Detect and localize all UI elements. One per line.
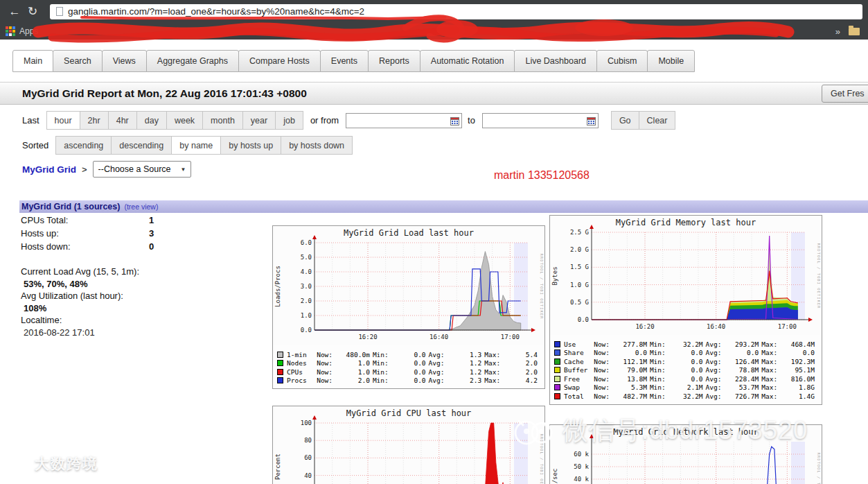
legend-swatch bbox=[277, 352, 283, 358]
stat-label: Localtime: bbox=[21, 314, 256, 327]
svg-text:40: 40 bbox=[304, 472, 312, 479]
overflow-chevron-icon[interactable]: » bbox=[835, 26, 840, 37]
range-button[interactable]: job bbox=[275, 111, 303, 130]
range-button[interactable]: day bbox=[136, 111, 167, 130]
svg-text:80: 80 bbox=[304, 437, 312, 444]
svg-text:100: 100 bbox=[301, 420, 312, 426]
bookmarks-folder-icon[interactable] bbox=[849, 28, 860, 35]
svg-text:Loads/Procs: Loads/Procs bbox=[274, 266, 281, 307]
grid-link[interactable]: MyGrid Grid bbox=[22, 164, 76, 175]
svg-text:40 k: 40 k bbox=[574, 476, 589, 483]
stat-value: 53%, 70%, 48% bbox=[21, 278, 256, 290]
tab[interactable]: Views bbox=[102, 50, 147, 72]
svg-text:60: 60 bbox=[304, 454, 312, 461]
tab-label: Aggregate Graphs bbox=[157, 56, 228, 66]
tab[interactable]: Mobile bbox=[647, 50, 695, 72]
legend-min: Min:0.0 bbox=[373, 359, 429, 367]
apps-label[interactable]: Apps bbox=[19, 26, 38, 36]
legend-row: BufferNow:79.0MMin:0.0Avg:78.8MMax:95.1M bbox=[554, 366, 817, 375]
svg-text:4.0: 4.0 bbox=[301, 268, 312, 275]
apps-grid-icon[interactable] bbox=[6, 26, 15, 36]
legend-series-name: Swap bbox=[564, 383, 594, 391]
legend-now: Now:5.3M bbox=[594, 383, 650, 391]
legend-max: Max:192.3M bbox=[761, 358, 817, 365]
legend-row: ShareNow:0.0Min:0.0Avg:0.0Max:0.0 bbox=[554, 349, 817, 358]
legend-max: Max:0.0 bbox=[761, 349, 817, 356]
legend-now: Now:1.0 bbox=[317, 359, 373, 367]
sort-button[interactable]: by name bbox=[171, 136, 221, 155]
legend-avg: Avg:78.8M bbox=[706, 366, 762, 374]
refresh-icon[interactable]: ↻ bbox=[24, 4, 42, 19]
sort-button-label: by name bbox=[179, 141, 213, 150]
svg-text:RRDTOOL / TOBI OETIKER: RRDTOOL / TOBI OETIKER bbox=[540, 254, 544, 320]
sort-button[interactable]: by hosts up bbox=[220, 136, 281, 155]
url-bar[interactable] bbox=[50, 4, 862, 19]
range-button[interactable]: year bbox=[242, 111, 276, 130]
legend-avg: Avg:2.3 bbox=[429, 377, 485, 384]
sort-button[interactable]: ascending bbox=[55, 136, 112, 155]
range-button[interactable]: month bbox=[202, 111, 243, 130]
network-chart[interactable]: MyGrid Grid Network last hour0.010 k20 k… bbox=[549, 424, 822, 484]
stat-label: CPUs Total: bbox=[21, 215, 149, 225]
range-button[interactable]: 2hr bbox=[80, 111, 109, 130]
legend-row: CPUsNow:1.0Min:0.0Avg:1.2Max:2.0 bbox=[277, 368, 540, 377]
tab[interactable]: Automatic Rotation bbox=[420, 50, 515, 72]
get-fresh-data-button[interactable]: Get Fres bbox=[822, 85, 868, 103]
range-button[interactable]: hour bbox=[46, 111, 80, 130]
range-button-label: week bbox=[175, 116, 195, 126]
legend-min: Min:0.0 bbox=[650, 375, 706, 383]
tree-view-link[interactable]: (tree view) bbox=[124, 202, 158, 211]
sort-button-label: by hosts down bbox=[289, 141, 344, 150]
svg-text:16:20: 16:20 bbox=[635, 323, 654, 330]
url-input[interactable] bbox=[68, 6, 862, 17]
tab[interactable]: Compare Hosts bbox=[238, 50, 321, 72]
stat-label: Current Load Avg (15, 5, 1m): bbox=[21, 266, 256, 278]
legend-series-name: Nodes bbox=[287, 359, 317, 367]
go-button[interactable]: Go bbox=[611, 111, 639, 130]
legend-row: ProcsNow:2.0Min:0.0Avg:2.3Max:4.2 bbox=[277, 377, 540, 386]
to-date-input[interactable] bbox=[482, 113, 599, 128]
legend-avg: Avg:726.7M bbox=[706, 392, 762, 400]
tab[interactable]: Cubism bbox=[596, 50, 648, 72]
cpu-chart[interactable]: MyGrid Grid CPU last hour02040608010016:… bbox=[272, 406, 545, 484]
memory-chart[interactable]: MyGrid Grid Memory last hour0.00.5 G1.0 … bbox=[549, 215, 822, 405]
range-button-label: year bbox=[251, 116, 267, 126]
tab-bar: Main Search Views Aggregate Graphs Compa… bbox=[12, 50, 695, 72]
sort-button[interactable]: descending bbox=[111, 136, 172, 155]
tab[interactable]: Aggregate Graphs bbox=[146, 50, 239, 72]
clear-button[interactable]: Clear bbox=[639, 111, 676, 130]
tab[interactable]: Reports bbox=[368, 50, 420, 72]
tab[interactable]: Live Dashboard bbox=[514, 50, 597, 72]
range-button[interactable]: week bbox=[166, 111, 203, 130]
svg-text:16:40: 16:40 bbox=[429, 334, 448, 340]
legend-now: Now:1.0 bbox=[317, 368, 373, 376]
legend-now: Now:79.0M bbox=[594, 366, 650, 374]
page-icon bbox=[56, 7, 63, 16]
time-range-controls: Last hour 2hr 4hr day week month bbox=[22, 111, 675, 130]
chart-canvas: MyGrid Grid CPU last hour02040608010016:… bbox=[273, 406, 544, 484]
tab[interactable]: Search bbox=[53, 50, 103, 72]
svg-text:Percent: Percent bbox=[274, 453, 281, 480]
svg-text:RRDTOOL / TOBI OETIKER: RRDTOOL / TOBI OETIKER bbox=[540, 434, 544, 484]
sorted-label: Sorted bbox=[22, 140, 48, 150]
legend-swatch bbox=[277, 377, 283, 383]
back-icon[interactable]: ← bbox=[6, 5, 24, 19]
source-select-value: --Choose a Source bbox=[98, 164, 171, 174]
source-select[interactable]: --Choose a Source ▼ bbox=[93, 161, 192, 178]
legend-max: Max:1.8G bbox=[761, 383, 817, 391]
sort-button[interactable]: by hosts down bbox=[281, 136, 353, 155]
legend-row: 1-minNow:480.0mMin:0.0Avg:1.3Max:5.4 bbox=[277, 350, 540, 359]
legend-min: Min:0.0 bbox=[373, 368, 429, 376]
tab[interactable]: Events bbox=[320, 50, 369, 72]
legend-max: Max:4.2 bbox=[484, 377, 540, 384]
legend-row: TotalNow:482.7MMin:32.2MAvg:726.7MMax:1.… bbox=[554, 392, 817, 401]
calendar-icon[interactable] bbox=[587, 116, 596, 126]
range-button[interactable]: 4hr bbox=[108, 111, 137, 130]
calendar-icon[interactable] bbox=[450, 116, 459, 126]
tab[interactable]: Main bbox=[12, 50, 53, 72]
svg-text:17:00: 17:00 bbox=[501, 334, 520, 340]
to-label: to bbox=[468, 115, 475, 126]
from-date-input[interactable] bbox=[346, 113, 462, 128]
legend-swatch bbox=[554, 367, 560, 373]
load-chart[interactable]: MyGrid Grid Load last hour0.01.02.03.04.… bbox=[272, 225, 545, 389]
